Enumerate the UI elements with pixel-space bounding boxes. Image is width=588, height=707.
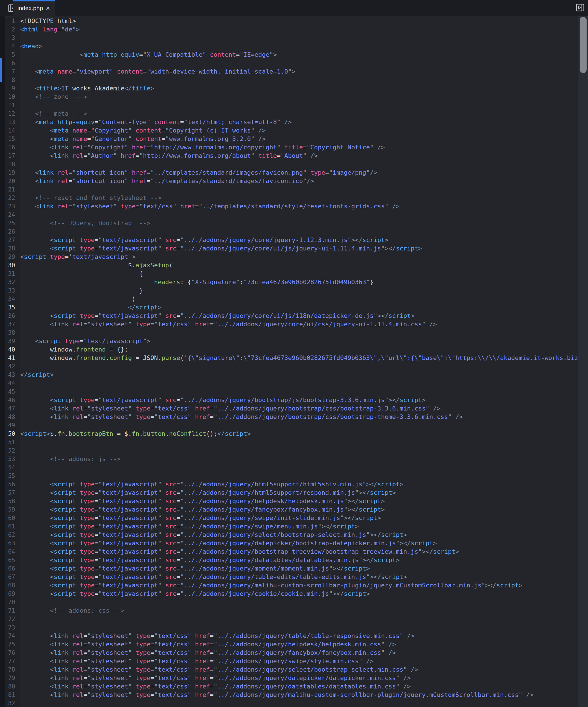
line-number[interactable]: 72 [5, 615, 15, 623]
code-line[interactable] [20, 623, 579, 632]
line-number[interactable]: 23 [5, 202, 15, 210]
line-number[interactable]: 68 [5, 581, 15, 590]
code-line[interactable]: <meta name="Copyright" content="Copyrigh… [20, 126, 579, 135]
line-number[interactable]: 25 [5, 219, 15, 228]
line-number[interactable]: 54 [5, 463, 15, 472]
line-number[interactable]: 4 [5, 42, 15, 50]
line-number[interactable]: 43 [5, 371, 15, 379]
code-line[interactable] [20, 228, 579, 236]
line-number[interactable]: 42 [5, 362, 15, 371]
code-line[interactable]: <!-- reset and font stylesheet --> [20, 194, 579, 202]
line-number[interactable]: 13 [5, 118, 15, 126]
code-line[interactable] [20, 598, 579, 606]
line-number[interactable]: 26 [5, 228, 15, 236]
line-number[interactable]: 24 [5, 210, 15, 219]
line-number[interactable]: 80 [5, 682, 15, 691]
line-number[interactable]: 34 [5, 295, 15, 303]
code-line[interactable]: <meta http-equiv="Content-Type" content=… [20, 118, 579, 126]
code-line[interactable]: <script type="text/javascript" src="../.… [20, 581, 579, 590]
line-number[interactable]: 60 [5, 514, 15, 522]
line-number-gutter[interactable]: 1234567891011121314151617181920212223242… [5, 17, 20, 707]
line-number[interactable]: 20 [5, 177, 15, 185]
code-line[interactable]: <script type="text/javascript" src="../.… [20, 244, 579, 253]
code-line[interactable]: $.ajaxSetup( [20, 261, 579, 270]
code-line[interactable]: <link rel="shortcut icon" href="../templ… [20, 168, 579, 177]
code-line[interactable] [20, 421, 579, 430]
code-line[interactable]: <link rel="stylesheet" type="text/css" h… [20, 320, 579, 329]
line-number[interactable]: 3 [5, 34, 15, 42]
line-number[interactable]: 50 [5, 430, 15, 438]
code-line[interactable] [20, 362, 579, 371]
line-number[interactable]: 74 [5, 632, 15, 640]
code-line[interactable] [20, 615, 579, 623]
code-line[interactable] [20, 463, 579, 472]
line-number[interactable]: 47 [5, 404, 15, 413]
line-number[interactable]: 15 [5, 135, 15, 143]
code-line[interactable] [20, 59, 579, 67]
code-line[interactable] [20, 699, 579, 707]
line-number[interactable]: 61 [5, 522, 15, 531]
code-line[interactable] [20, 329, 579, 337]
line-number[interactable]: 81 [5, 691, 15, 699]
line-number[interactable]: 70 [5, 598, 15, 606]
code-line[interactable]: ) [20, 295, 579, 303]
code-line[interactable] [20, 160, 579, 168]
code-line[interactable]: <script type="text/javascript" src="../.… [20, 539, 579, 547]
code-line[interactable]: <html lang="de"> [20, 25, 579, 34]
line-number[interactable]: 77 [5, 657, 15, 666]
code-line[interactable]: <script type='text/javascript'> [20, 253, 579, 261]
line-number[interactable]: 19 [5, 168, 15, 177]
code-line[interactable]: <script type="text/javascript"> [20, 337, 579, 345]
line-number[interactable]: 62 [5, 531, 15, 539]
line-number[interactable]: 22 [5, 194, 15, 202]
line-number[interactable]: 6 [5, 59, 15, 67]
code-line[interactable]: <script type="text/javascript" src="../.… [20, 514, 579, 522]
code-line[interactable]: } [20, 287, 579, 295]
code-line[interactable]: <script type="text/javascript" src="../.… [20, 556, 579, 564]
line-number[interactable]: 58 [5, 497, 15, 505]
code-line[interactable]: <link rel="stylesheet" type="text/css" h… [20, 682, 579, 691]
line-number[interactable]: 56 [5, 480, 15, 489]
tab-close-icon[interactable]: × [46, 4, 50, 12]
line-number[interactable]: 79 [5, 674, 15, 682]
scrollbar-thumb[interactable] [580, 17, 587, 73]
code-line[interactable]: </script> [20, 303, 579, 312]
line-number[interactable]: 28 [5, 244, 15, 253]
code-line[interactable]: <script type="text/javascript" src="../.… [20, 312, 579, 320]
code-line[interactable]: <link rel="Copyright" href="http://www.f… [20, 143, 579, 152]
code-line[interactable]: <link rel="Author" href="http://www.form… [20, 152, 579, 160]
line-number[interactable]: 18 [5, 160, 15, 168]
line-number[interactable]: 55 [5, 472, 15, 480]
line-number[interactable]: 67 [5, 573, 15, 581]
line-number[interactable]: 12 [5, 109, 15, 118]
line-number[interactable]: 9 [5, 84, 15, 93]
expand-panel-right-icon[interactable] [576, 3, 585, 12]
line-number[interactable]: 75 [5, 640, 15, 649]
line-number[interactable]: 37 [5, 320, 15, 329]
line-number[interactable]: 7 [5, 67, 15, 76]
code-line[interactable]: { [20, 270, 579, 278]
code-line[interactable]: <script type="text/javascript" src="../.… [20, 480, 579, 489]
code-line[interactable]: <link rel="stylesheet" type="text/css" h… [20, 649, 579, 657]
line-number[interactable]: 52 [5, 446, 15, 455]
code-line[interactable]: window.frontend.config = JSON.parse('{\"… [20, 354, 579, 362]
line-number[interactable]: 10 [5, 93, 15, 101]
line-number[interactable]: 76 [5, 649, 15, 657]
code-line[interactable]: <meta name="viewport" content="width=dev… [20, 67, 579, 76]
code-line[interactable] [20, 210, 579, 219]
line-number[interactable]: 57 [5, 489, 15, 497]
code-line[interactable]: <script type="text/javascript" src="../.… [20, 573, 579, 581]
code-line[interactable]: <!-- addons: css --> [20, 606, 579, 615]
line-number[interactable]: 65 [5, 556, 15, 564]
line-number[interactable]: 27 [5, 236, 15, 244]
code-line[interactable]: <link rel="stylesheet" type="text/css" h… [20, 666, 579, 674]
line-number[interactable]: 63 [5, 539, 15, 547]
code-line[interactable]: </script> [20, 371, 579, 379]
code-line[interactable] [20, 438, 579, 446]
code-line[interactable]: <script type="text/javascript" src="../.… [20, 489, 579, 497]
line-number[interactable]: 46 [5, 396, 15, 404]
code-line[interactable]: <!-- addons: js --> [20, 455, 579, 463]
code-line[interactable]: <link rel="stylesheet" type="text/css" h… [20, 640, 579, 649]
line-number[interactable]: 78 [5, 666, 15, 674]
code-line[interactable] [20, 446, 579, 455]
